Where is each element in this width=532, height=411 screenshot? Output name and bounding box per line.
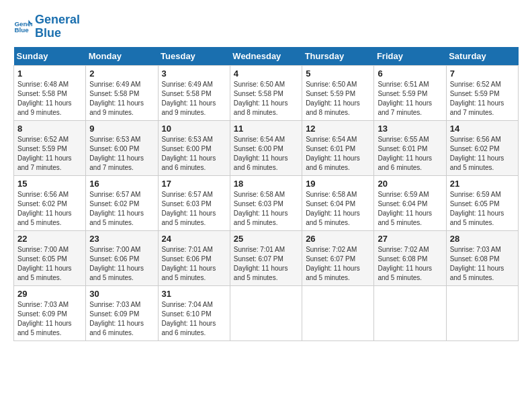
day-number: 11 <box>234 124 298 134</box>
daylight-label: Daylight: 11 hours and 5 minutes. <box>306 210 360 226</box>
sunrise-label: Sunrise: 7:00 AM <box>17 246 69 253</box>
day-info: Sunrise: 7:00 AM Sunset: 6:05 PM Dayligh… <box>17 245 82 283</box>
sunrise-label: Sunrise: 6:58 AM <box>306 191 357 198</box>
calendar-cell: 5 Sunrise: 6:50 AM Sunset: 5:59 PM Dayli… <box>302 65 374 120</box>
daylight-label: Daylight: 11 hours and 5 minutes. <box>162 210 216 226</box>
sunrise-label: Sunrise: 6:54 AM <box>234 136 285 143</box>
calendar-cell: 27 Sunrise: 7:02 AM Sunset: 6:08 PM Dayl… <box>374 230 446 285</box>
sunset-label: Sunset: 6:00 PM <box>162 145 212 152</box>
daylight-label: Daylight: 11 hours and 5 minutes. <box>378 210 432 226</box>
day-number: 30 <box>89 289 154 299</box>
daylight-label: Daylight: 11 hours and 6 minutes. <box>89 320 144 336</box>
daylight-label: Daylight: 11 hours and 7 minutes. <box>17 154 72 171</box>
daylight-label: Daylight: 11 hours and 7 minutes. <box>89 154 144 171</box>
day-info: Sunrise: 6:50 AM Sunset: 5:59 PM Dayligh… <box>306 80 370 118</box>
calendar-cell: 12 Sunrise: 6:54 AM Sunset: 6:01 PM Dayl… <box>302 120 374 175</box>
sunrise-label: Sunrise: 7:01 AM <box>162 246 213 253</box>
sunset-label: Sunset: 6:09 PM <box>17 310 67 318</box>
day-info: Sunrise: 6:55 AM Sunset: 6:01 PM Dayligh… <box>378 135 442 173</box>
logo-icon: General Blue <box>13 17 32 36</box>
day-number: 29 <box>17 289 82 299</box>
svg-text:Blue: Blue <box>14 26 29 34</box>
calendar-cell <box>302 285 374 340</box>
calendar-week-row: 1 Sunrise: 6:48 AM Sunset: 5:58 PM Dayli… <box>14 65 519 120</box>
day-info: Sunrise: 7:01 AM Sunset: 6:06 PM Dayligh… <box>162 245 226 283</box>
day-info: Sunrise: 7:02 AM Sunset: 6:08 PM Dayligh… <box>378 245 442 283</box>
sunset-label: Sunset: 6:01 PM <box>306 145 355 152</box>
day-info: Sunrise: 6:49 AM Sunset: 5:58 PM Dayligh… <box>162 80 226 118</box>
daylight-label: Daylight: 11 hours and 7 minutes. <box>450 99 504 116</box>
day-number: 25 <box>234 234 298 244</box>
day-number: 2 <box>89 68 154 79</box>
calendar-cell: 20 Sunrise: 6:59 AM Sunset: 6:04 PM Dayl… <box>374 175 446 230</box>
sunset-label: Sunset: 6:07 PM <box>234 255 283 263</box>
calendar-cell: 4 Sunrise: 6:50 AM Sunset: 5:58 PM Dayli… <box>230 65 302 120</box>
sunrise-label: Sunrise: 6:52 AM <box>450 81 501 88</box>
sunset-label: Sunset: 5:58 PM <box>234 90 283 97</box>
daylight-label: Daylight: 11 hours and 6 minutes. <box>162 320 216 336</box>
daylight-label: Daylight: 11 hours and 6 minutes. <box>378 154 432 171</box>
day-info: Sunrise: 6:50 AM Sunset: 5:58 PM Dayligh… <box>234 80 298 118</box>
calendar-week-row: 8 Sunrise: 6:52 AM Sunset: 5:59 PM Dayli… <box>14 120 519 175</box>
day-header-thursday: Thursday <box>302 47 374 66</box>
sunset-label: Sunset: 5:59 PM <box>306 90 355 97</box>
sunset-label: Sunset: 6:03 PM <box>162 200 212 208</box>
calendar-cell <box>446 285 518 340</box>
sunset-label: Sunset: 6:08 PM <box>450 255 500 263</box>
day-info: Sunrise: 6:54 AM Sunset: 6:00 PM Dayligh… <box>234 135 298 173</box>
day-info: Sunrise: 6:59 AM Sunset: 6:05 PM Dayligh… <box>450 190 515 228</box>
sunrise-label: Sunrise: 6:57 AM <box>162 191 213 198</box>
sunset-label: Sunset: 6:02 PM <box>17 200 67 208</box>
daylight-label: Daylight: 11 hours and 7 minutes. <box>378 99 432 116</box>
calendar-cell: 21 Sunrise: 6:59 AM Sunset: 6:05 PM Dayl… <box>446 175 518 230</box>
daylight-label: Daylight: 11 hours and 5 minutes. <box>450 154 504 171</box>
day-info: Sunrise: 6:51 AM Sunset: 5:59 PM Dayligh… <box>378 80 442 118</box>
day-info: Sunrise: 6:48 AM Sunset: 5:58 PM Dayligh… <box>17 80 82 118</box>
day-number: 6 <box>378 68 442 79</box>
day-number: 21 <box>450 179 515 189</box>
day-info: Sunrise: 6:59 AM Sunset: 6:04 PM Dayligh… <box>378 190 442 228</box>
sunset-label: Sunset: 5:58 PM <box>162 90 212 97</box>
calendar-cell: 16 Sunrise: 6:57 AM Sunset: 6:02 PM Dayl… <box>86 175 158 230</box>
daylight-label: Daylight: 11 hours and 5 minutes. <box>17 265 72 281</box>
day-number: 17 <box>162 179 226 189</box>
calendar-cell: 23 Sunrise: 7:00 AM Sunset: 6:06 PM Dayl… <box>86 230 158 285</box>
calendar-cell: 30 Sunrise: 7:03 AM Sunset: 6:09 PM Dayl… <box>86 285 158 340</box>
sunset-label: Sunset: 5:59 PM <box>378 90 427 97</box>
day-number: 16 <box>89 179 154 189</box>
calendar-week-row: 22 Sunrise: 7:00 AM Sunset: 6:05 PM Dayl… <box>14 230 519 285</box>
day-info: Sunrise: 7:03 AM Sunset: 6:09 PM Dayligh… <box>17 300 82 338</box>
calendar-cell: 9 Sunrise: 6:53 AM Sunset: 6:00 PM Dayli… <box>86 120 158 175</box>
day-info: Sunrise: 6:57 AM Sunset: 6:02 PM Dayligh… <box>89 190 154 228</box>
day-header-friday: Friday <box>374 47 446 66</box>
calendar-cell: 11 Sunrise: 6:54 AM Sunset: 6:00 PM Dayl… <box>230 120 302 175</box>
daylight-label: Daylight: 11 hours and 6 minutes. <box>306 154 360 171</box>
sunrise-label: Sunrise: 6:50 AM <box>306 81 357 88</box>
sunset-label: Sunset: 6:09 PM <box>89 310 139 318</box>
sunrise-label: Sunrise: 6:58 AM <box>234 191 285 198</box>
calendar-cell: 15 Sunrise: 6:56 AM Sunset: 6:02 PM Dayl… <box>14 175 86 230</box>
day-number: 7 <box>450 68 515 79</box>
day-info: Sunrise: 7:01 AM Sunset: 6:07 PM Dayligh… <box>234 245 298 283</box>
sunrise-label: Sunrise: 7:02 AM <box>378 246 429 253</box>
calendar-table: SundayMondayTuesdayWednesdayThursdayFrid… <box>13 47 519 341</box>
sunset-label: Sunset: 6:10 PM <box>162 310 212 318</box>
daylight-label: Daylight: 11 hours and 5 minutes. <box>89 265 144 281</box>
sunset-label: Sunset: 6:07 PM <box>306 255 355 263</box>
calendar-cell: 7 Sunrise: 6:52 AM Sunset: 5:59 PM Dayli… <box>446 65 518 120</box>
day-info: Sunrise: 7:00 AM Sunset: 6:06 PM Dayligh… <box>89 245 154 283</box>
calendar-cell: 17 Sunrise: 6:57 AM Sunset: 6:03 PM Dayl… <box>158 175 230 230</box>
day-number: 26 <box>306 234 370 244</box>
daylight-label: Daylight: 11 hours and 5 minutes. <box>450 265 504 281</box>
calendar-cell: 6 Sunrise: 6:51 AM Sunset: 5:59 PM Dayli… <box>374 65 446 120</box>
daylight-label: Daylight: 11 hours and 9 minutes. <box>162 99 216 116</box>
sunrise-label: Sunrise: 6:52 AM <box>17 136 69 143</box>
day-number: 28 <box>450 234 515 244</box>
day-info: Sunrise: 7:04 AM Sunset: 6:10 PM Dayligh… <box>162 300 226 338</box>
day-info: Sunrise: 6:56 AM Sunset: 6:02 PM Dayligh… <box>450 135 515 173</box>
sunrise-label: Sunrise: 6:57 AM <box>89 191 140 198</box>
logo: General Blue General Blue <box>13 13 80 40</box>
daylight-label: Daylight: 11 hours and 5 minutes. <box>17 320 72 336</box>
day-number: 8 <box>17 124 82 134</box>
calendar-week-row: 15 Sunrise: 6:56 AM Sunset: 6:02 PM Dayl… <box>14 175 519 230</box>
